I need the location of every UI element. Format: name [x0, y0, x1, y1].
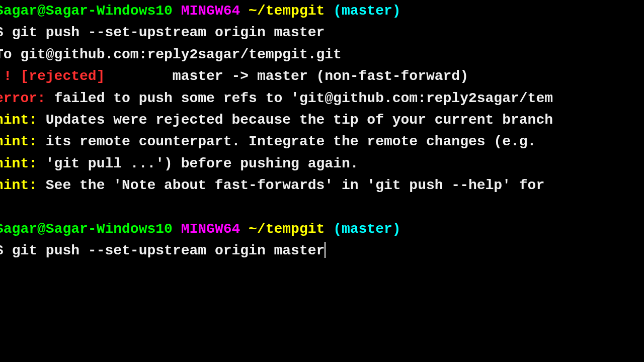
prompt-branch: (master) — [325, 221, 400, 237]
output-hint: hint: Updates were rejected because the … — [0, 109, 644, 131]
command-text: git push --set-upstream origin master — [12, 25, 325, 40]
prompt-userhost: Sagar@Sagar-Windows10 — [0, 3, 173, 19]
output-hint: hint: its remote counterpart. Integrate … — [0, 131, 644, 152]
output-rejected: ! [rejected] master -> master (non-fast-… — [0, 65, 644, 87]
prompt-symbol: $ — [0, 243, 4, 258]
hint-label: hint: — [0, 156, 37, 171]
prompt-line-partial: Sagar@Sagar-Windows10 MINGW64 ~/tempgit … — [0, 0, 644, 22]
error-label: error: — [0, 90, 46, 106]
hint-label: hint: — [0, 177, 37, 193]
hint-label: hint: — [0, 134, 37, 149]
command-input-line[interactable]: $ git push --set-upstream origin master — [0, 240, 644, 261]
prompt-env: MINGW64 — [173, 221, 240, 237]
prompt-path: ~/tempgit — [240, 3, 325, 19]
prompt-branch: (master) — [325, 3, 400, 19]
cursor-icon — [325, 242, 326, 258]
prompt-symbol: $ — [0, 25, 4, 40]
output-error: error: failed to push some refs to 'git@… — [0, 87, 644, 109]
output-remote: To git@github.com:reply2sagar/tempgit.gi… — [0, 44, 644, 65]
prompt-env: MINGW64 — [173, 3, 240, 19]
prompt-path: ~/tempgit — [240, 221, 325, 237]
command-line: $ git push --set-upstream origin master — [0, 22, 644, 43]
prompt-line: Sagar@Sagar-Windows10 MINGW64 ~/tempgit … — [0, 218, 644, 240]
output-hint: hint: See the 'Note about fast-forwards'… — [0, 174, 644, 196]
terminal-window[interactable]: Sagar@Sagar-Windows10 MINGW64 ~/tempgit … — [0, 0, 644, 262]
output-hint: hint: 'git pull ...') before pushing aga… — [0, 153, 644, 174]
hint-label: hint: — [0, 112, 37, 128]
command-input-text[interactable]: git push --set-upstream origin master — [12, 243, 325, 258]
prompt-userhost: Sagar@Sagar-Windows10 — [0, 221, 173, 237]
rejected-text: ! [rejected] — [0, 68, 105, 84]
blank-line — [0, 197, 644, 218]
